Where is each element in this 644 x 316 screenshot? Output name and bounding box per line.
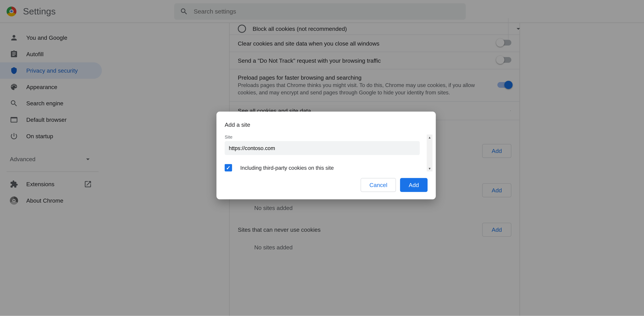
add-button[interactable]: Add bbox=[400, 178, 428, 192]
site-field-label: Site bbox=[225, 135, 428, 140]
add-site-dialog: Add a site ▲ ▼ Site ✓ Including third-pa… bbox=[216, 112, 436, 199]
settings-window: Settings You and Google Autofill Privacy… bbox=[0, 0, 644, 316]
dialog-title: Add a site bbox=[225, 122, 428, 128]
scroll-down-icon[interactable]: ▼ bbox=[427, 166, 432, 171]
site-input[interactable] bbox=[225, 141, 420, 155]
checkbox-checked-icon[interactable]: ✓ bbox=[225, 164, 232, 171]
third-party-checkbox-row[interactable]: ✓ Including third-party cookies on this … bbox=[225, 164, 428, 171]
scroll-up-icon[interactable]: ▲ bbox=[427, 135, 432, 140]
checkbox-label: Including third-party cookies on this si… bbox=[240, 165, 334, 171]
cancel-button[interactable]: Cancel bbox=[361, 178, 396, 192]
